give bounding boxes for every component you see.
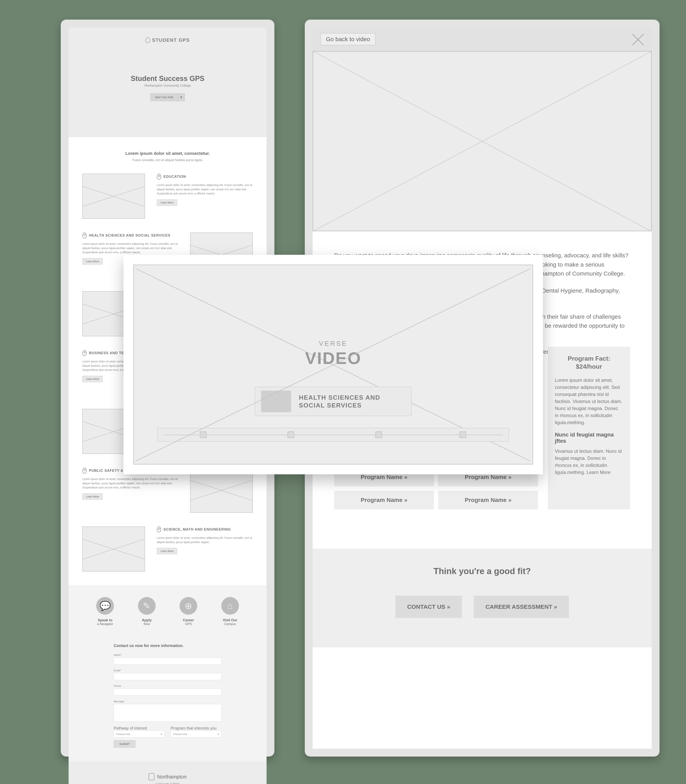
fact-paragraph: Lorem ipsum dolor sit amet, consectetur … xyxy=(555,377,623,426)
campus-icon: ⌂ xyxy=(221,597,239,615)
fact-title-1: Program Fact: xyxy=(568,355,610,362)
pathway-title: EDUCATION xyxy=(163,175,186,179)
pathway-select[interactable]: Choose one…▾ xyxy=(114,730,165,738)
pathway-title: SCIENCE, MATH AND ENGINEERING xyxy=(163,528,231,532)
pathway-row: PUBLIC SAFETY AND SERVICES Lorem ipsum d… xyxy=(82,468,253,513)
video-overlay-card: VERSE VIDEO HEALTH SCIENCES AND SOCIAL S… xyxy=(124,255,543,474)
placeholder-image xyxy=(190,468,253,513)
quick-actions-strip: 💬 Speak to a Navigator ✎ Apply Now ⊕ Car… xyxy=(69,585,266,634)
program-fact-card: Program Fact: $24/hour Lorem ipsum dolor… xyxy=(548,347,630,510)
logo-pin-icon xyxy=(145,37,150,43)
footer: Northampton Community College ◼ ◼ ◼ ◼ xyxy=(69,761,266,784)
pathway-body: Lorem ipsum dolor sit amet, consectetur … xyxy=(157,536,253,544)
message-field[interactable] xyxy=(114,704,222,722)
learn-more-button[interactable]: Learn More xyxy=(82,376,103,382)
pathway-body: Lorem ipsum dolor sit amet, consectetur … xyxy=(157,183,253,196)
chevron-down-icon: ▾ xyxy=(161,733,162,736)
video-chapter-chip[interactable]: HEALTH SCIENCES AND SOCIAL SERVICES xyxy=(255,387,412,416)
career-assessment-button[interactable]: CAREER ASSESSMENT » xyxy=(474,596,569,618)
video-placeholder[interactable]: VERSE VIDEO HEALTH SCIENCES AND SOCIAL S… xyxy=(133,265,533,464)
email-field[interactable] xyxy=(114,673,222,680)
program-select[interactable]: Choose one…▾ xyxy=(170,730,222,738)
intro-sub: Fusce convallis, orci et aliquet facilis… xyxy=(92,158,243,162)
gps-icon: ⊕ xyxy=(180,597,197,615)
name-field[interactable] xyxy=(114,658,222,665)
chapter-thumb-icon xyxy=(261,390,291,412)
hero-cta-button[interactable]: Start Your Path ▾ xyxy=(150,93,185,101)
placeholder-image xyxy=(82,174,145,219)
pin-icon xyxy=(157,174,161,180)
chapter-marker[interactable] xyxy=(287,431,294,438)
program-link[interactable]: Program Name » xyxy=(334,491,434,510)
learn-more-button[interactable]: Learn More xyxy=(82,258,103,265)
chevron-down-icon: ▾ xyxy=(217,733,219,736)
video-label: VERSE VIDEO xyxy=(134,340,532,368)
pin-icon xyxy=(82,232,87,238)
chapter-marker[interactable] xyxy=(459,431,466,438)
chat-icon: 💬 xyxy=(96,597,114,615)
hero-cta-label: Start Your Path xyxy=(150,93,178,101)
contact-us-button[interactable]: CONTACT US » xyxy=(395,596,462,618)
quick-action[interactable]: ⊕ Career GPS xyxy=(180,597,197,626)
hero: STUDENT GPS Student Success GPS Northamp… xyxy=(69,28,266,137)
fact-title-2: $24/hour xyxy=(576,363,602,370)
pin-icon xyxy=(157,526,161,532)
quick-action[interactable]: ⌂ Visit Our Campus xyxy=(221,597,239,626)
submit-button[interactable]: SUBMIT xyxy=(114,740,136,748)
footer-name: Northampton xyxy=(157,774,186,780)
form-heading: Contact us now for more information. xyxy=(114,644,222,648)
cta-heading: Think you're a good fit? xyxy=(313,566,652,576)
modal-topbar: Go back to video xyxy=(313,28,652,51)
footer-tag: Community College xyxy=(69,782,266,784)
pathway-row: SCIENCE, MATH AND ENGINEERING Lorem ipsu… xyxy=(82,526,253,572)
video-kicker: VERSE xyxy=(134,340,532,347)
pin-icon xyxy=(82,468,87,474)
pathway-body: Lorem ipsum dolor sit amet, consectetur … xyxy=(82,477,178,490)
learn-more-button[interactable]: Learn More xyxy=(82,493,103,500)
hero-placeholder-image xyxy=(313,51,652,231)
logo-text: STUDENT GPS xyxy=(152,38,190,43)
fact-subheading: Nunc id feugiat magna jftes xyxy=(555,431,623,444)
phone-field[interactable] xyxy=(114,689,222,696)
pathway-body: Lorem ipsum dolor sit amet, consectetur … xyxy=(82,242,178,255)
chevron-down-icon: ▾ xyxy=(178,93,185,101)
learn-more-button[interactable]: Learn More xyxy=(157,199,177,206)
chapter-marker[interactable] xyxy=(200,431,207,438)
chapter-marker[interactable] xyxy=(375,431,382,438)
chapter-title: HEALTH SCIENCES AND SOCIAL SERVICES xyxy=(299,394,405,409)
pathway-title: HEALTH SCIENCES AND SOCIAL SERVICES xyxy=(89,234,170,238)
fact-paragraph: Vivamus ut lectus diam. Nunc id feugiat … xyxy=(555,448,623,476)
back-to-video-button[interactable]: Go back to video xyxy=(320,33,376,45)
placeholder-image xyxy=(82,526,145,572)
learn-more-button[interactable]: Learn More xyxy=(157,548,177,554)
hero-title: Student Success GPS xyxy=(131,75,204,83)
intro-heading: Lorem ipsum dolor sit amet, consectetur. xyxy=(92,151,243,156)
video-progress-track[interactable] xyxy=(157,428,509,442)
logo: STUDENT GPS xyxy=(145,37,190,43)
close-icon[interactable] xyxy=(630,31,646,47)
pathway-row: EDUCATION Lorem ipsum dolor sit amet, co… xyxy=(82,174,253,219)
track-line xyxy=(164,435,503,435)
video-title: VIDEO xyxy=(134,348,532,368)
footer-logo-icon xyxy=(149,773,154,780)
intro-block: Lorem ipsum dolor sit amet, consectetur.… xyxy=(69,137,266,174)
good-fit-cta: Think you're a good fit? CONTACT US » CA… xyxy=(313,549,652,647)
hero-subtitle: Northampton Community College xyxy=(144,84,191,87)
quick-action[interactable]: 💬 Speak to a Navigator xyxy=(96,597,114,626)
contact-form: Contact us now for more information. Nam… xyxy=(69,634,266,761)
apply-icon: ✎ xyxy=(138,597,156,615)
program-link[interactable]: Program Name » xyxy=(438,491,538,510)
pin-icon xyxy=(82,350,87,356)
quick-action[interactable]: ✎ Apply Now xyxy=(138,597,156,626)
